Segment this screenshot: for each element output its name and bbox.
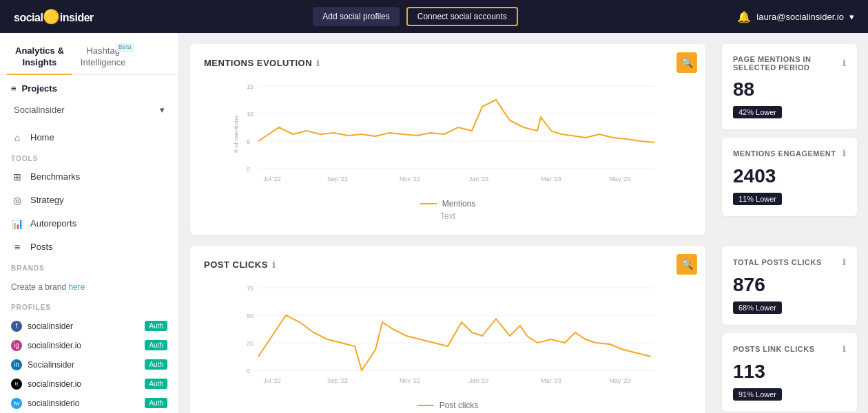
stat-value: 88 — [733, 78, 846, 100]
profile-name: socialinsiderio — [28, 399, 79, 408]
svg-text:Nov '22: Nov '22 — [400, 176, 420, 182]
expand-mentions-button[interactable]: 🔍 — [676, 52, 697, 73]
add-profiles-button[interactable]: Add social profiles — [313, 7, 399, 26]
svg-text:25: 25 — [247, 340, 254, 347]
post-clicks-legend-label: Post clicks — [440, 401, 479, 410]
auth-badge: Auth — [145, 340, 167, 350]
stat-badge: 42% Lower — [733, 106, 782, 118]
brands-section: Create a brand here — [0, 275, 178, 298]
list-item[interactable]: in Socialinsider Auth — [0, 355, 178, 374]
post-clicks-chart-card: 🔍 POST CLICKS ℹ 75 50 25 0 — [190, 246, 705, 413]
mentions-chart-title: MENTIONS EVOLUTION ℹ — [204, 58, 692, 68]
svg-text:Mar '23: Mar '23 — [541, 176, 561, 182]
posts-label: Posts — [30, 242, 53, 252]
sidebar-nav-tabs: Analytics &Insights Beta HashtagIntellig… — [0, 33, 178, 75]
legend-line — [420, 203, 437, 204]
mentions-chart-area: 15 10 5 0 # of mentions Jul '22 Sep '22 — [204, 79, 692, 221]
svg-text:# of mentions: # of mentions — [233, 115, 240, 153]
sidebar-item-autoreports[interactable]: 📊 Autoreports — [0, 212, 178, 235]
info-icon[interactable]: ℹ — [843, 149, 847, 158]
svg-text:Mar '23: Mar '23 — [541, 377, 561, 384]
svg-text:Jan '23: Jan '23 — [469, 377, 489, 384]
projects-header: ≡ Projects — [0, 75, 178, 99]
main-content: 🔍 MENTIONS EVOLUTION ℹ 15 10 5 0 # of me… — [179, 33, 716, 413]
chevron-down-icon: ▾ — [160, 105, 165, 115]
info-icon[interactable]: ℹ — [272, 260, 276, 270]
facebook-icon: f — [11, 321, 22, 332]
sidebar-item-benchmarks[interactable]: ⊞ Benchmarks — [0, 165, 178, 189]
list-item[interactable]: tt socialinsider.io Auth — [0, 374, 178, 394]
stat-card-mentions-engagement: MENTIONS ENGAGEMENT ℹ 2403 11% Lower — [722, 138, 857, 216]
tools-section-label: TOOLS — [0, 149, 178, 165]
profile-name: socialinsider.io — [28, 379, 81, 389]
list-item[interactable]: f socialinsider Auth — [0, 317, 178, 336]
svg-text:May '23: May '23 — [609, 377, 630, 384]
topbar: social🟡insider Add social profiles Conne… — [0, 0, 868, 33]
mentions-chart-legend: Mentions — [204, 199, 692, 209]
info-icon[interactable]: ℹ — [843, 59, 847, 68]
benchmarks-icon: ⊞ — [11, 171, 23, 182]
svg-text:Sep '22: Sep '22 — [327, 176, 348, 182]
info-icon[interactable]: ℹ — [316, 59, 320, 68]
projects-label: Projects — [22, 83, 57, 94]
project-item[interactable]: Socialinsider ▾ — [0, 99, 178, 120]
info-icon[interactable]: ℹ — [843, 257, 847, 267]
list-item[interactable]: ig socialinsider.io Auth — [0, 336, 178, 355]
stat-value: 2403 — [733, 165, 846, 187]
info-icon[interactable]: ℹ — [843, 344, 847, 354]
home-icon: ⌂ — [11, 132, 23, 143]
user-email: laura@socialinsider.io — [756, 12, 844, 22]
stat-card-total-posts-clicks: TOTAL POSTS CLICKS ℹ 876 68% Lower — [722, 246, 857, 325]
connect-accounts-button[interactable]: Connect social accounts — [406, 7, 518, 26]
main-layout: Analytics &Insights Beta HashtagIntellig… — [0, 33, 868, 413]
posts-icon: ≡ — [11, 242, 23, 253]
mentions-chart-card: 🔍 MENTIONS EVOLUTION ℹ 15 10 5 0 # of me… — [190, 44, 705, 235]
list-item[interactable]: tw socialinsiderio Auth — [0, 394, 178, 413]
tab-hashtag[interactable]: Beta HashtagIntelligence — [72, 40, 134, 74]
svg-text:15: 15 — [247, 83, 254, 90]
post-clicks-chart-title: POST CLICKS ℹ — [204, 260, 692, 270]
expand-post-clicks-button[interactable]: 🔍 — [676, 254, 697, 275]
svg-text:Sep '22: Sep '22 — [327, 377, 348, 384]
auth-badge: Auth — [145, 321, 167, 331]
benchmarks-label: Benchmarks — [30, 171, 80, 182]
svg-text:0: 0 — [247, 166, 250, 173]
logo-text: social🟡insider — [14, 8, 94, 25]
svg-text:Jul '22: Jul '22 — [263, 176, 281, 182]
sidebar: Analytics &Insights Beta HashtagIntellig… — [0, 33, 179, 413]
stat-label: TOTAL POSTS CLICKS ℹ — [733, 257, 846, 267]
post-clicks-chart-area: 75 50 25 0 Jul '22 Sep '22 Nov '22 Jan '… — [204, 281, 692, 410]
post-clicks-chart-legend: Post clicks — [204, 401, 692, 410]
strategy-icon: ◎ — [11, 195, 23, 206]
legend-line — [417, 405, 434, 406]
tab-analytics[interactable]: Analytics &Insights — [7, 40, 72, 74]
brands-section-label: BRANDS — [0, 259, 178, 275]
auth-badge: Auth — [145, 359, 167, 370]
mentions-chart-svg: 15 10 5 0 # of mentions Jul '22 Sep '22 — [204, 79, 692, 189]
svg-text:Jul '22: Jul '22 — [263, 377, 281, 384]
beta-badge: Beta — [116, 43, 134, 52]
auth-badge: Auth — [145, 379, 167, 389]
bell-icon[interactable]: 🔔 — [737, 10, 751, 23]
profile-name: socialinsider — [28, 321, 73, 331]
strategy-label: Strategy — [30, 195, 63, 205]
user-info: 🔔 laura@socialinsider.io ▾ — [737, 10, 854, 23]
stat-label: POSTS LINK CLICKS ℹ — [733, 344, 846, 354]
right-stats-panel: PAGE MENTIONS IN SELECTED PERIOD ℹ 88 42… — [716, 33, 868, 413]
stat-value: 876 — [733, 274, 846, 296]
create-brand-link[interactable]: here — [68, 282, 85, 292]
autoreports-label: Autoreports — [30, 218, 76, 229]
svg-text:10: 10 — [247, 111, 254, 118]
logo: social🟡insider — [14, 8, 94, 25]
profile-name: Socialinsider — [28, 360, 74, 370]
svg-text:75: 75 — [247, 285, 254, 292]
svg-text:50: 50 — [247, 313, 254, 319]
create-brand-text: Create a brand here — [11, 282, 85, 292]
profile-name: socialinsider.io — [28, 341, 81, 350]
sidebar-item-strategy[interactable]: ◎ Strategy — [0, 189, 178, 212]
instagram-icon: ig — [11, 340, 22, 351]
sidebar-item-home[interactable]: ⌂ Home — [0, 126, 178, 149]
chart-text-label: Text — [204, 211, 692, 221]
chevron-down-icon[interactable]: ▾ — [849, 12, 854, 22]
sidebar-item-posts[interactable]: ≡ Posts — [0, 235, 178, 259]
